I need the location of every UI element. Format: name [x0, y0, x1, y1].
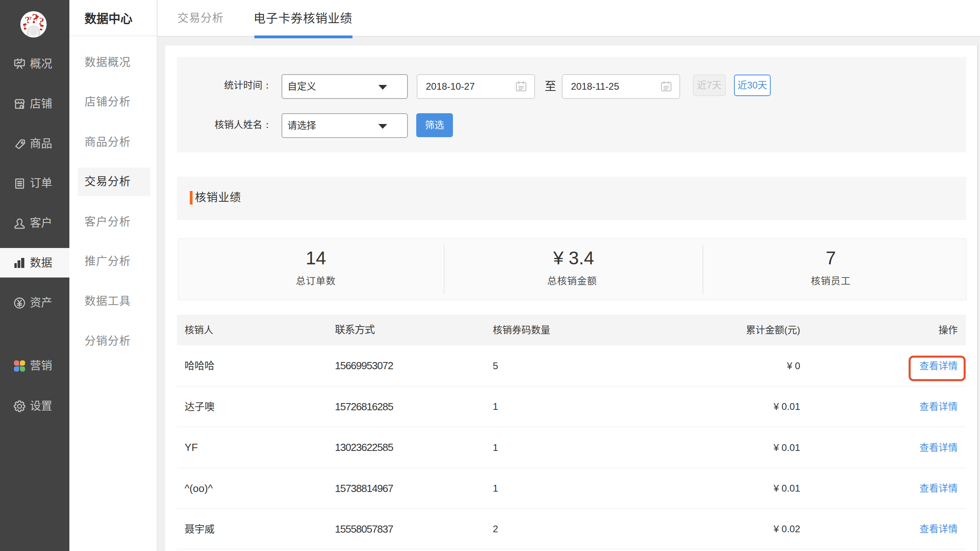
- svg-text:?: ?: [29, 15, 32, 21]
